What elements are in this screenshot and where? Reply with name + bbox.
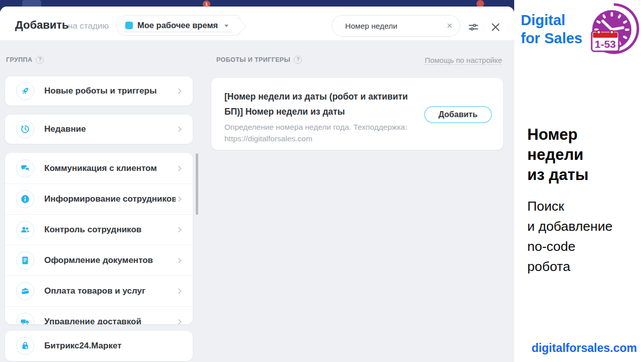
chat-icon bbox=[16, 159, 34, 177]
group-item-payments[interactable]: Оплата товаров и услуг bbox=[5, 276, 193, 306]
branding-heading: Номер недели из даты bbox=[527, 125, 589, 185]
clear-search-icon[interactable]: × bbox=[447, 20, 452, 32]
filter-icon[interactable] bbox=[467, 21, 479, 33]
chevron-right-icon bbox=[176, 164, 184, 172]
group-item-bitrix24-market[interactable]: Битрикс24.Маркет bbox=[5, 331, 193, 361]
robot-title: [Номер недели из даты (робот и активити … bbox=[224, 89, 426, 119]
chevron-right-icon bbox=[176, 287, 184, 295]
groups-header-label: ГРУППА bbox=[6, 56, 32, 63]
group-item-delivery[interactable]: Управление доставкой bbox=[5, 306, 193, 324]
group-item-label: Коммуникация с клиентом bbox=[44, 163, 176, 173]
dialog-subtitle: на стадию bbox=[68, 21, 109, 31]
dialog-header: Добавить на стадию Мое рабочее время × bbox=[0, 7, 514, 40]
branding-subtext: Поиск и добавление no-code робота bbox=[527, 196, 613, 277]
calendar-badge: 1-53 bbox=[592, 31, 619, 51]
group-item-label: Контроль сотрудников bbox=[44, 225, 176, 235]
help-icon[interactable]: ? bbox=[294, 56, 302, 64]
bitrix24-app: 1 Добавить на стадию Мое рабочее время bbox=[0, 0, 514, 362]
chevron-down-icon bbox=[224, 25, 228, 27]
subtext-line: no-code bbox=[527, 236, 613, 256]
group-card-new-robots: Новые роботы и триггеры bbox=[5, 76, 193, 106]
group-card-recent: Недавние bbox=[5, 115, 193, 144]
groups-column-header: ГРУППА ? bbox=[6, 56, 44, 64]
group-item-new-robots[interactable]: Новые роботы и триггеры bbox=[5, 76, 193, 106]
heading-line: из даты bbox=[527, 165, 589, 185]
group-item-label: Недавние bbox=[44, 124, 176, 134]
chevron-right-icon bbox=[176, 125, 184, 133]
group-item-document-processing[interactable]: Оформление документов bbox=[5, 245, 193, 276]
robots-header-label: РОБОТЫ И ТРИГГЕРЫ bbox=[216, 56, 290, 63]
group-card-market: Битрикс24.Маркет bbox=[5, 331, 193, 361]
add-robot-button[interactable]: Добавить bbox=[424, 106, 493, 123]
group-item-recent[interactable]: Недавние bbox=[5, 115, 193, 144]
chevron-right-icon bbox=[176, 318, 184, 324]
logo-line-1: Digital bbox=[521, 11, 583, 29]
branding-panel: Digital for Sales bbox=[514, 0, 644, 362]
search-field: × bbox=[332, 15, 460, 37]
logo-line-2: for Sales bbox=[521, 29, 583, 47]
subtext-line: и добавление bbox=[527, 216, 613, 236]
browser-tab-remnant bbox=[22, 0, 41, 7]
setup-help-link[interactable]: Помощь по настройке bbox=[425, 56, 502, 65]
screenshot-root: 1 Добавить на стадию Мое рабочее время bbox=[0, 0, 644, 362]
market-bag-icon bbox=[16, 337, 34, 355]
group-item-label: Битрикс24.Маркет bbox=[44, 341, 184, 351]
robots-column-header: РОБОТЫ И ТРИГГЕРЫ ? bbox=[216, 56, 302, 64]
help-icon[interactable]: ? bbox=[36, 56, 44, 64]
subtext-line: Поиск bbox=[527, 196, 613, 216]
clock-badge-text: 1-53 bbox=[595, 38, 616, 50]
scrollbar-thumb[interactable] bbox=[196, 153, 198, 215]
group-item-label: Новые роботы и триггеры bbox=[44, 86, 176, 96]
rocket-icon bbox=[16, 82, 34, 100]
group-card-categories: Коммуникация с клиентом Информирование с… bbox=[5, 153, 193, 324]
clock-calendar-logo-icon: 1-53 bbox=[588, 3, 640, 55]
info-icon bbox=[16, 190, 34, 208]
chevron-right-icon bbox=[176, 195, 184, 203]
digital-for-sales-logo: Digital for Sales bbox=[521, 11, 583, 47]
stage-color-tag-icon bbox=[125, 22, 133, 29]
group-item-label: Оформление документов bbox=[44, 255, 176, 265]
chevron-right-icon bbox=[176, 256, 184, 264]
payment-icon bbox=[16, 282, 34, 300]
document-icon bbox=[16, 251, 34, 269]
search-input[interactable] bbox=[345, 16, 438, 36]
footer-site-link[interactable]: digitalforsales.com bbox=[531, 341, 637, 355]
delivery-truck-icon bbox=[16, 313, 34, 324]
group-item-label: Оплата товаров и услуг bbox=[44, 286, 176, 296]
chevron-right-icon bbox=[176, 226, 184, 234]
group-item-employee-informing[interactable]: Информирование сотрудников bbox=[5, 184, 193, 214]
heading-line: Номер bbox=[527, 125, 589, 145]
stage-selector-label: Мое рабочее время bbox=[137, 21, 218, 30]
group-item-label: Управление доставкой bbox=[44, 317, 176, 324]
group-item-label: Информирование сотрудников bbox=[44, 194, 176, 204]
close-icon[interactable] bbox=[490, 21, 502, 33]
stage-selector[interactable]: Мое рабочее время bbox=[117, 15, 240, 36]
add-robot-dialog: Добавить на стадию Мое рабочее время × bbox=[0, 7, 514, 362]
history-icon bbox=[16, 120, 34, 138]
robot-description: Определение номера недели года. Техподде… bbox=[224, 121, 441, 144]
group-item-employee-control[interactable]: Контроль сотрудников bbox=[5, 214, 193, 245]
group-item-client-communication[interactable]: Коммуникация с клиентом bbox=[5, 153, 193, 184]
subtext-line: робота bbox=[527, 256, 613, 277]
dialog-title: Добавить bbox=[15, 19, 69, 32]
chevron-right-icon bbox=[176, 87, 184, 95]
robot-card: [Номер недели из даты (робот и активити … bbox=[211, 78, 503, 150]
heading-line: недели bbox=[527, 145, 589, 165]
people-icon bbox=[16, 221, 34, 239]
stage-dotted-underline bbox=[124, 32, 232, 32]
